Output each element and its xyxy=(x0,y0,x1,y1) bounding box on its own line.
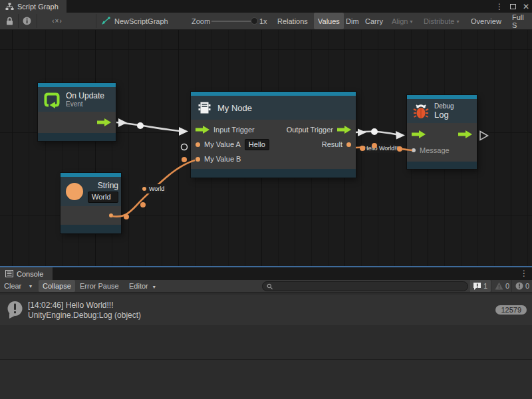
console-panel: Console ⋮ Clear ▾ Collapse Error Pause E… xyxy=(0,266,532,399)
distribute-label: Distribute xyxy=(424,17,454,25)
wire-droplet xyxy=(124,214,129,219)
window-maximize-icon[interactable] xyxy=(510,4,516,9)
relations-button[interactable]: Relations xyxy=(273,13,312,29)
trigger-output-port[interactable] xyxy=(97,118,111,126)
align-dropdown[interactable]: Align ▾ xyxy=(388,13,416,29)
string-output-port[interactable] xyxy=(109,213,113,217)
wire-droplet xyxy=(140,202,146,207)
wire-start-arrow xyxy=(358,129,366,137)
my-value-a-port[interactable] xyxy=(196,142,200,147)
node-subtitle: Event xyxy=(66,100,104,108)
port-label: Message xyxy=(420,146,450,154)
input-trigger-port[interactable] xyxy=(412,130,426,138)
zoom-slider[interactable] xyxy=(211,13,257,29)
info-icon[interactable] xyxy=(19,13,35,29)
output-trigger-port[interactable] xyxy=(337,126,351,134)
console-menu-icon[interactable]: ⋮ xyxy=(520,269,528,278)
string-value-field[interactable]: World xyxy=(88,192,118,203)
tab-script-graph[interactable]: Script Graph xyxy=(0,0,66,13)
wire-droplet xyxy=(360,146,365,151)
wire-end-arrow xyxy=(396,131,405,140)
wire-value-label: Hello World!!! xyxy=(364,145,400,152)
error-count-badge[interactable]: 0 xyxy=(511,280,532,292)
distribute-dropdown[interactable]: Distribute ▾ xyxy=(420,13,463,29)
log-entry[interactable]: [14:02:46] Hello World!!! UnityEngine.De… xyxy=(0,295,532,325)
message-port[interactable] xyxy=(412,148,416,152)
warning-icon xyxy=(495,282,503,290)
editor-dropdown[interactable]: Editor ▾ xyxy=(125,280,160,292)
wire-droplet xyxy=(397,146,402,152)
zoom-value: 1x xyxy=(259,13,267,29)
wire-value-chip: World xyxy=(140,184,167,194)
values-button[interactable]: Values xyxy=(314,13,344,29)
port-label: My Value B xyxy=(204,155,241,163)
node-debug-log[interactable]: Debug Log Message xyxy=(407,95,477,169)
fullscreen-button[interactable]: Full S xyxy=(508,13,532,29)
window-close-icon[interactable]: ✕ xyxy=(523,3,529,11)
wire-value-label: World xyxy=(149,186,164,192)
info-count-badge[interactable]: 1 xyxy=(469,280,491,292)
clear-button[interactable]: Clear xyxy=(0,280,25,292)
input-trigger-port[interactable] xyxy=(196,126,209,134)
my-value-b-port[interactable] xyxy=(196,157,200,162)
dim-button[interactable]: Dim xyxy=(342,13,363,29)
unconnected-output-indicator xyxy=(480,132,488,140)
port-label: Input Trigger xyxy=(213,126,255,134)
log-line-1: [14:02:46] Hello World!!! xyxy=(28,301,141,310)
my-node-icon xyxy=(196,100,212,116)
node-subtitle: Log xyxy=(434,110,454,120)
search-input[interactable] xyxy=(276,283,464,290)
info-bubble-icon xyxy=(473,282,481,290)
result-port[interactable] xyxy=(346,142,351,147)
warning-count: 0 xyxy=(505,282,509,290)
value-dot xyxy=(142,187,146,191)
my-value-a-field[interactable]: Hello xyxy=(245,139,269,150)
graph-canvas[interactable]: On Update Event xyxy=(0,30,532,266)
window-menu-icon[interactable]: ⋮ xyxy=(495,3,503,11)
tab-label: Console xyxy=(17,270,43,278)
script-graph-icon xyxy=(5,3,14,11)
graph-asset-icon xyxy=(101,17,110,25)
console-icon xyxy=(5,270,13,277)
unconnected-port-indicator xyxy=(182,144,188,150)
graph-reference[interactable]: NewScriptGraph xyxy=(101,13,168,29)
editor-label: Editor xyxy=(129,282,148,290)
wire-droplet xyxy=(371,128,378,135)
overview-button[interactable]: Overview xyxy=(467,13,505,29)
carry-button[interactable]: Carry xyxy=(361,13,387,29)
console-log-list: [14:02:46] Hello World!!! UnityEngine.De… xyxy=(0,293,532,359)
node-string[interactable]: String World xyxy=(61,173,121,233)
wire-droplet xyxy=(137,122,144,129)
output-trigger-port[interactable] xyxy=(458,130,472,138)
tab-console[interactable]: Console xyxy=(0,267,53,280)
zoom-label: Zoom xyxy=(192,13,210,29)
node-title: String xyxy=(98,181,118,190)
node-title: My Node xyxy=(217,103,252,113)
lock-icon[interactable] xyxy=(1,13,17,29)
node-my-node[interactable]: My Node Input Trigger Output Trigger xyxy=(191,92,356,178)
console-search[interactable] xyxy=(262,281,468,291)
search-icon xyxy=(267,283,273,290)
node-on-update[interactable]: On Update Event xyxy=(38,83,116,141)
log-line-2: UnityEngine.Debug:Log (object) xyxy=(28,311,141,320)
console-tab-bar: Console ⋮ xyxy=(0,267,532,280)
console-detail-pane xyxy=(0,359,532,399)
graph-toolbar: ‹×› NewScriptGraph Zoom 1x Relations Val… xyxy=(0,13,532,30)
zoom-slider-handle[interactable] xyxy=(251,17,258,25)
debug-bug-icon xyxy=(412,102,430,120)
tab-label: Script Graph xyxy=(17,3,59,11)
console-toolbar: Clear ▾ Collapse Error Pause Editor ▾ xyxy=(0,280,532,293)
chevron-down-icon: ▾ xyxy=(410,19,412,25)
edit-script-icon[interactable]: ‹×› xyxy=(37,13,77,29)
node-title: On Update xyxy=(66,91,104,100)
warning-count-badge[interactable]: 0 xyxy=(491,280,513,292)
on-update-loop-icon xyxy=(43,91,61,108)
unity-editor-window: Script Graph ⋮ ✕ ‹×› xyxy=(0,0,532,399)
error-pause-toggle[interactable]: Error Pause xyxy=(76,280,123,292)
collapse-toggle[interactable]: Collapse xyxy=(39,280,75,292)
wire-droplet xyxy=(372,143,377,148)
node-title: Debug xyxy=(434,102,454,110)
align-label: Align xyxy=(392,17,408,25)
clear-dropdown-icon[interactable]: ▾ xyxy=(25,280,36,292)
chevron-down-icon: ▾ xyxy=(456,19,459,25)
